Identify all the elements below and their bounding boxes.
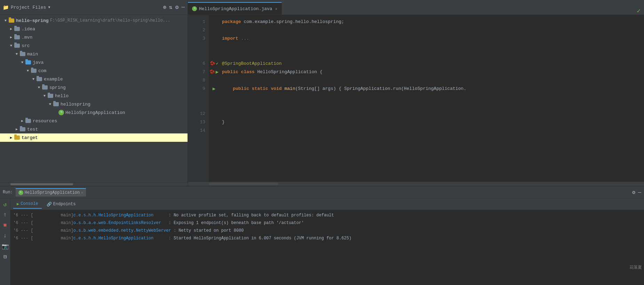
left-toolbar: ↺ ↑ ■ ↓ 📷 ⊟ [0, 199, 10, 285]
folder-idea-icon [14, 26, 20, 31]
tree-item-hellospring[interactable]: ▼ hellospring [0, 100, 188, 108]
tree-item-idea[interactable]: ▶ .idea [0, 25, 188, 33]
java-label: java [33, 60, 43, 65]
run-icon-7[interactable]: ▶ [216, 68, 218, 76]
scroll-up-button[interactable]: ↑ [1, 210, 10, 219]
run-tab-close[interactable]: ✕ [81, 191, 83, 195]
project-sidebar: 📁 Project Files ▼ ⊕ ⇅ ⚙ — ▼ hello-spring… [0, 0, 188, 186]
arrow-idea: ▶ [8, 27, 14, 31]
run-tab-icon: 🍃 [18, 190, 23, 195]
tree-item-main[interactable]: ▼ main [0, 50, 188, 58]
line-num-7: 7 [188, 68, 205, 76]
arrow-target: ▶ [8, 136, 14, 140]
tree-item-test[interactable]: ▶ test [0, 125, 188, 133]
line-num-8: 8 [188, 76, 205, 85]
tree-item-java[interactable]: ▼ java [0, 58, 188, 67]
code-line-8 [222, 76, 641, 85]
log-class-3[interactable]: o.s.b.web.embedded.netty.NettyWebServer [73, 227, 171, 234]
arrow-resources: ▶ [19, 119, 25, 123]
test-label: test [27, 127, 38, 132]
tree-item-hello-spring-app[interactable]: ▶ 🍃 HelloSpringApplication [0, 108, 188, 117]
log-thread-1: main] [33, 212, 73, 219]
tree-item-src[interactable]: ▼ src [0, 41, 188, 50]
log-thread-3: main] [33, 227, 73, 234]
tree-item-resources[interactable]: ▶ resources [0, 117, 188, 125]
tree-item-hello[interactable]: ▼ hello [0, 92, 188, 100]
console-tab[interactable]: ▶ Console [13, 200, 42, 209]
sidebar-dropdown-icon[interactable]: ▼ [48, 6, 50, 9]
sidebar-header-icons: ⊕ ⇅ ⚙ — [163, 4, 185, 11]
arrow-java: ▼ [19, 61, 25, 64]
bottom-content: ▶ Console 🔗 Endpoints '6 --- [ main] c.e… [10, 199, 644, 285]
h-scroll-thumb[interactable] [209, 183, 278, 185]
globe-icon[interactable]: ⊕ [163, 4, 166, 11]
rerun-button[interactable]: ↺ [1, 200, 10, 209]
code-line-4 [222, 43, 641, 51]
run-tab-hello-spring[interactable]: 🍃 HelloSpringApplication ✕ [16, 188, 86, 197]
editor-h-scrollbar[interactable] [188, 182, 644, 186]
sort-icon[interactable]: ⇅ [169, 4, 173, 11]
folder-com-icon [31, 68, 37, 73]
log-prefix-2: '6 --- [ [13, 219, 33, 226]
log-class-1[interactable]: c.e.s.h.h.HelloSpringApplication [73, 212, 166, 219]
endpoints-tab-label: Endpoints [53, 202, 76, 207]
code-line-12 [222, 110, 641, 118]
arrow-example: ▼ [31, 77, 36, 81]
arrow-hello: ▼ [42, 94, 47, 98]
hello-spring-app-label: HelloSpringApplication [65, 110, 125, 115]
tree-item-root[interactable]: ▼ hello-spring F:\GSP_RISK_Learning\draf… [0, 16, 188, 25]
gutter-7: 🫘 ▶ [209, 68, 218, 76]
settings-icon[interactable]: ⚙ [175, 4, 179, 11]
tree-item-target[interactable]: ▶ target [0, 133, 188, 142]
line-num-3: 3 [188, 34, 205, 43]
code-body[interactable]: package com.example.spring.hello.hellosp… [219, 15, 644, 182]
editor-area: 🍃 HelloSpringApplication.java ✕ ✓ 1 2 3 … [188, 0, 644, 186]
stop-button[interactable]: ■ [1, 221, 10, 230]
gutter-check-6[interactable]: ✔ [216, 60, 218, 68]
line-num-4: 4 [188, 43, 205, 51]
folder-icon: 📁 [3, 5, 9, 10]
log-sep-4: : [166, 235, 174, 242]
log-sep-3: : [171, 227, 179, 234]
folder-resources-icon [25, 118, 31, 123]
tree-item-mvn[interactable]: ▶ .mvn [0, 33, 188, 41]
tree-item-example[interactable]: ▼ example [0, 75, 188, 83]
folder-test-icon [19, 127, 26, 132]
log-msg-3: Netty started on port 8080 [178, 227, 244, 234]
code-line-1: package com.example.spring.hello.hellosp… [222, 18, 641, 26]
run-settings-icon[interactable]: ⚙ [632, 189, 635, 196]
filter-button[interactable]: ⊟ [1, 252, 10, 261]
run-icon-9[interactable]: ▶ [213, 85, 215, 93]
line-num-13: 13 [188, 118, 205, 126]
log-thread-4: main] [33, 235, 73, 242]
tab-close-button[interactable]: ✕ [275, 7, 278, 11]
log-class-2[interactable]: o.s.b.a.e.web.EndpointLinksResolver [73, 219, 166, 226]
bean-icon-7[interactable]: 🫘 [209, 68, 215, 76]
log-prefix-3: '6 --- [ [13, 227, 33, 234]
folder-mvn-icon [14, 35, 20, 40]
example-label: example [44, 77, 63, 82]
run-minimize-icon[interactable]: — [638, 190, 641, 195]
tree-item-com[interactable]: ▼ com [0, 67, 188, 75]
gutter-9: ▶ [213, 85, 215, 93]
camera-button[interactable]: 📷 [1, 242, 10, 251]
arrow-test: ▶ [14, 127, 19, 131]
tree-item-spring[interactable]: ▼ spring [0, 83, 188, 92]
scroll-down-button[interactable]: ↓ [1, 231, 10, 240]
arrow-main: ▼ [14, 52, 19, 56]
resources-label: resources [33, 118, 57, 124]
log-thread-2: main] [33, 219, 73, 226]
folder-example-icon [36, 77, 42, 82]
bean-icon-6[interactable]: 🫘 [210, 60, 215, 68]
log-line-4: '6 --- [ main] c.e.s.h.h.HelloSpringAppl… [10, 234, 644, 242]
arrow-src: ▼ [8, 44, 14, 48]
minimize-icon[interactable]: — [181, 4, 185, 10]
log-class-4[interactable]: c.e.s.h.h.HelloSpringApplication [73, 235, 166, 242]
sidebar-header: 📁 Project Files ▼ ⊕ ⇅ ⚙ — [0, 0, 188, 15]
folder-spring-icon [42, 85, 48, 90]
tab-hello-spring-app[interactable]: 🍃 HelloSpringApplication.java ✕ [188, 2, 282, 15]
endpoints-tab[interactable]: 🔗 Endpoints [43, 200, 79, 208]
line-numbers: 1 2 3 4 5 6 7 8 9 10 11 12 13 14 [188, 15, 209, 182]
arrow-root: ▼ [3, 19, 8, 23]
console-tab-label: Console [21, 201, 38, 206]
